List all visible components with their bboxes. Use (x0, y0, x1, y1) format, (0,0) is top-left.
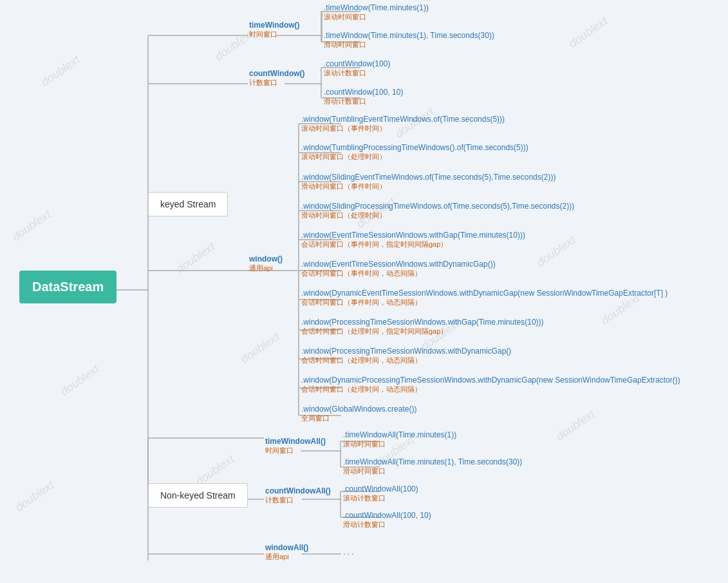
watermark: doublext (238, 330, 282, 366)
datastream-label: DataStream (32, 280, 104, 294)
windowall-cn: 通用api (265, 552, 308, 562)
watermark: doublext (534, 233, 578, 269)
leaf-twa2: .timeWindowAll(Time.minutes(1), Time.sec… (343, 457, 522, 476)
windowall-node: windowAll() 通用api (265, 543, 308, 562)
datastream-box: DataStream (19, 271, 117, 303)
timewindowall-cn: 时间窗口 (265, 446, 326, 455)
leaf-twa1: .timeWindowAll(Time.minutes(1)) 滚动时间窗口 (343, 430, 456, 449)
leaf-w10: .window(DynamicProcessingTimeSessionWind… (301, 376, 680, 394)
leaf-tw1: .timeWindow(Time.minutes(1)) 滚动时间窗口 (324, 3, 429, 22)
countwindow-cn: 计数窗口 (249, 78, 305, 88)
nonkeyed-stream-box: Non-keyed Stream (148, 483, 248, 508)
countwindow-method: countWindow() (249, 69, 305, 78)
keyed-stream-box: keyed Stream (148, 192, 228, 216)
leaf-w7: .window(DynamicEventTimeSessionWindows.w… (301, 289, 667, 307)
keyed-stream-label: keyed Stream (160, 199, 216, 209)
watermark: doublext (174, 240, 218, 276)
leaf-w9: .window(ProcessingTimeSessionWindows.wit… (301, 347, 511, 365)
nonkeyed-stream-label: Non-keyed Stream (160, 490, 236, 501)
leaf-w8: .window(ProcessingTimeSessionWindows.wit… (301, 318, 544, 336)
leaf-windowall-ellipsis: . . . (343, 548, 354, 557)
leaf-w6: .window(EventTimeSessionWindows.withDyna… (301, 260, 496, 278)
watermark: doublext (13, 478, 57, 514)
timewindowall-node: timeWindowAll() 时间窗口 (265, 437, 326, 455)
leaf-w5: .window(EventTimeSessionWindows.withGap(… (301, 231, 525, 249)
windowall-method: windowAll() (265, 543, 308, 552)
leaf-w1: .window(TumblingEventTimeWindows.of(Time… (301, 115, 505, 133)
leaf-w3: .window(SlidingEventTimeWindows.of(Time.… (301, 173, 555, 191)
leaf-cw1: .countWindow(100) 滚动计数窗口 (324, 59, 390, 78)
watermark: doublext (566, 14, 610, 50)
window-node: window() 通用api (249, 254, 283, 273)
countwindowall-method: countWindowAll() (265, 486, 331, 495)
leaf-tw2: .timeWindow(Time.minutes(1), Time.second… (324, 31, 494, 50)
timewindow-node: timeWindow() 时间窗口 (249, 21, 300, 39)
window-method: window() (249, 254, 283, 263)
canvas: doublext doublext doublext doublext doub… (0, 0, 728, 583)
countwindow-node: countWindow() 计数窗口 (249, 69, 305, 88)
leaf-w11: .window(GlobalWindows.create()) 全局窗口 (301, 405, 416, 423)
timewindowall-method: timeWindowAll() (265, 437, 326, 446)
timewindow-method: timeWindow() (249, 21, 300, 30)
countwindowall-cn: 计数窗口 (265, 495, 331, 505)
leaf-w2: .window(TumblingProcessingTimeWindows().… (301, 143, 528, 162)
watermark: doublext (554, 407, 597, 443)
leaf-w4: .window(SlidingProcessingTimeWindows.of(… (301, 202, 574, 220)
leaf-cw2: .countWindow(100, 10) 滑动计数窗口 (324, 88, 403, 106)
timewindow-cn: 时间窗口 (249, 30, 300, 39)
leaf-cwa2: .countWindowAll(100, 10) 滑动计数窗口 (343, 511, 431, 530)
watermark: doublext (39, 53, 82, 89)
window-cn: 通用api (249, 263, 283, 273)
leaf-cwa1: .countWindowAll(100) 滚动计数窗口 (343, 484, 418, 503)
watermark: doublext (10, 207, 53, 244)
watermark: doublext (58, 362, 102, 398)
countwindowall-node: countWindowAll() 计数窗口 (265, 486, 331, 505)
